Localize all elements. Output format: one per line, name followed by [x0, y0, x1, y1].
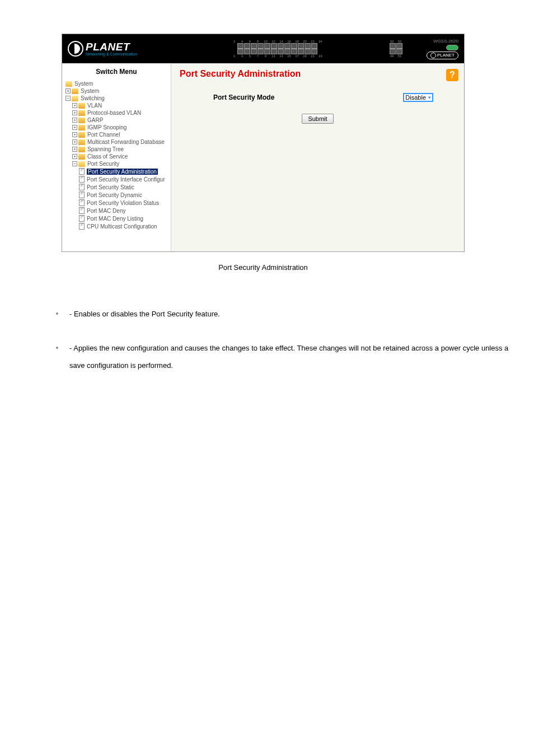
folder-icon [72, 96, 78, 101]
tree-item-cos[interactable]: +Class of Service [62, 153, 171, 160]
folder-icon [78, 103, 85, 109]
tree-item-protocol-vlan[interactable]: +Protocol-based VLAN [62, 109, 171, 116]
folder-icon [78, 147, 85, 152]
expand-icon[interactable]: + [72, 139, 77, 144]
port-icon [298, 49, 304, 54]
folder-icon [78, 118, 85, 123]
expand-icon[interactable]: + [72, 125, 77, 130]
port-icon [244, 43, 250, 49]
tree-item-ps-admin[interactable]: Port Security Administration [62, 167, 171, 175]
expand-icon[interactable]: + [72, 118, 77, 123]
page-icon [79, 207, 85, 214]
sidebar: Switch Menu System +System −Switching +V… [62, 63, 171, 251]
mode-dropdown[interactable]: Disable ▾ [403, 93, 433, 102]
main-panel: ? Port Security Administration Port Secu… [171, 63, 464, 251]
port-icon [271, 43, 277, 49]
page-icon [79, 199, 85, 206]
planet-link[interactable]: PLANET [427, 52, 458, 59]
tree-item-ps-iface[interactable]: Port Security Interface Configur [62, 175, 171, 183]
port-icon [305, 49, 311, 54]
folder-icon [78, 154, 85, 160]
folder-icon [65, 81, 72, 87]
folder-icon [78, 125, 85, 130]
status-indicator-icon [446, 45, 458, 50]
expand-icon[interactable]: + [72, 154, 77, 159]
tree-item-igmp[interactable]: +IGMP Snooping [62, 124, 171, 131]
port-icon [257, 49, 264, 54]
page-icon [79, 168, 85, 175]
collapse-icon[interactable]: − [72, 161, 77, 166]
tree-item-port-security[interactable]: −Port Security [62, 160, 171, 167]
page-icon [79, 215, 85, 222]
tree-item-port-channel[interactable]: +Port Channel [62, 131, 171, 138]
page-title: Port Security Administration [180, 69, 456, 79]
port-icon [396, 49, 402, 54]
port-icon [271, 49, 277, 54]
tree-item-cpu-mcast[interactable]: CPU Multicast Configuration [62, 222, 171, 230]
port-icon [311, 43, 317, 49]
chevron-down-icon: ▾ [428, 95, 431, 100]
folder-icon [78, 132, 85, 138]
port-icon [257, 43, 264, 49]
tree-item-ps-static[interactable]: Port Security Static [62, 183, 171, 191]
port-icon [278, 43, 284, 49]
port-icon [237, 49, 243, 54]
port-icon [305, 43, 311, 49]
help-icon[interactable]: ? [446, 69, 458, 81]
tree-item-mcast-fwd[interactable]: +Multicast Forwarding Database [62, 138, 171, 146]
tree-item-ps-violation[interactable]: Port Security Violation Status [62, 199, 171, 207]
page-icon [79, 192, 85, 198]
tree-item-system[interactable]: +System [62, 87, 171, 95]
model-label: WGSS-2620 [433, 39, 458, 44]
logo-area: PLANET Networking & Communication [68, 41, 166, 57]
nav-tree: System +System −Switching +VLAN +Protoco… [62, 80, 171, 230]
tree-item-garp[interactable]: +GARP [62, 116, 171, 124]
submit-button[interactable]: Submit [302, 114, 333, 124]
port-diagram: 24681012141618202224 1357911131517192123 [166, 40, 389, 58]
port-icon [264, 43, 270, 49]
port-right-bottom-numbers: 4951 [389, 54, 402, 58]
port-icon [251, 43, 257, 49]
tree-item-ps-dynamic[interactable]: Port Security Dynamic [62, 191, 171, 199]
page-icon [79, 184, 85, 190]
expand-icon[interactable]: + [72, 110, 77, 115]
tree-item-vlan[interactable]: +VLAN [62, 102, 171, 109]
port-icon [291, 49, 297, 54]
port-icon [396, 43, 402, 49]
port-icon [298, 43, 304, 49]
folder-icon [78, 110, 85, 116]
tree-item-system-root[interactable]: System [62, 80, 171, 87]
port-icon [390, 43, 396, 49]
tree-item-switching[interactable]: −Switching [62, 95, 171, 102]
expand-icon[interactable]: + [72, 147, 77, 152]
expand-icon[interactable]: + [65, 88, 71, 94]
mode-label: Port Security Mode [213, 94, 274, 101]
port-icon [237, 43, 243, 49]
doc-list-item: - Enables or disables the Port Security … [56, 305, 512, 323]
doc-text: - Applies the new configuration and caus… [69, 339, 512, 374]
expand-icon[interactable]: + [72, 103, 77, 108]
tree-item-ps-mac-deny-list[interactable]: Port MAC Deny Listing [62, 214, 171, 222]
tree-item-ps-mac-deny[interactable]: Port MAC Deny [62, 207, 171, 214]
doc-text: - Enables or disables the Port Security … [69, 305, 512, 323]
doc-list-item: - Applies the new configuration and caus… [56, 339, 512, 374]
expand-icon[interactable]: + [72, 132, 77, 137]
port-icon [284, 43, 291, 49]
folder-icon [72, 88, 78, 94]
port-icon [264, 49, 270, 54]
doc-section: - Enables or disables the Port Security … [22, 305, 512, 375]
folder-icon [78, 139, 85, 145]
port-icon [278, 49, 284, 54]
port-icon [311, 49, 317, 54]
logo-subtitle: Networking & Communication [86, 52, 137, 56]
port-icon [390, 49, 396, 54]
tree-item-spanning[interactable]: +Spanning Tree [62, 146, 171, 153]
page-icon [79, 176, 85, 183]
logo-text: PLANET [86, 41, 137, 52]
collapse-icon[interactable]: − [65, 96, 71, 101]
port-icon [291, 43, 297, 49]
folder-icon [78, 161, 85, 167]
port-icon [284, 49, 291, 54]
port-icon [251, 49, 257, 54]
top-header: PLANET Networking & Communication 246810… [62, 34, 464, 63]
